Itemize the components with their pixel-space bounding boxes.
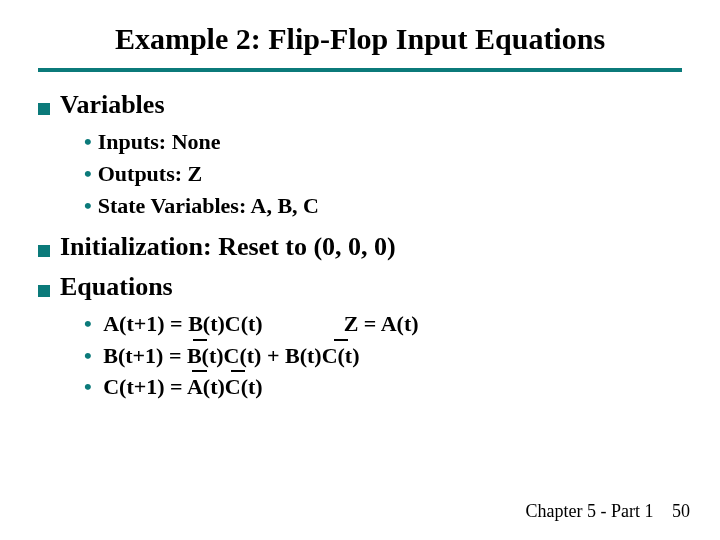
square-bullet-icon [38,103,50,115]
list-item: • A(t+1) = B(t)C(t) Z = A(t) [84,308,682,340]
list-item: •State Variables: A, B, C [84,190,682,222]
variables-state: State Variables: A, B, C [98,193,319,218]
dot-bullet-icon: • [84,129,92,154]
footer-chapter: Chapter 5 - Part 1 [526,501,654,521]
square-bullet-icon [38,285,50,297]
equation-a-output: Z = A(t) [344,308,419,340]
section-heading-equations: Equations [60,272,173,302]
footer-page-number: 50 [672,501,690,521]
variables-outputs: Outputs: Z [98,161,203,186]
equations-list: • A(t+1) = B(t)C(t) Z = A(t) • B(t+1) = … [84,308,682,404]
dot-bullet-icon: • [84,311,92,336]
square-bullet-icon [38,245,50,257]
list-item: • B(t+1) = B(t)C(t) + B(t)C(t) [84,340,682,372]
page-title: Example 2: Flip-Flop Input Equations [38,22,682,56]
list-item: •Inputs: None [84,126,682,158]
slide-footer: Chapter 5 - Part 1 50 [526,501,690,522]
section-initialization: Initialization: Reset to (0, 0, 0) [38,232,682,262]
overline-bar [193,339,207,341]
equation-a: A(t+1) = B(t)C(t) [103,308,262,340]
slide: Example 2: Flip-Flop Input Equations Var… [0,0,720,540]
equation-c: C(t+1) = A(t)C(t) [103,371,262,403]
overline-bar [192,370,207,372]
dot-bullet-icon: • [84,343,92,368]
section-equations: Equations [38,272,682,302]
variables-inputs: Inputs: None [98,129,221,154]
dot-bullet-icon: • [84,161,92,186]
overline-bar [231,370,245,372]
section-heading-variables: Variables [60,90,165,120]
dot-bullet-icon: • [84,374,92,399]
section-heading-initialization: Initialization: Reset to (0, 0, 0) [60,232,396,262]
title-underline [38,68,682,72]
section-variables: Variables [38,90,682,120]
dot-bullet-icon: • [84,193,92,218]
equation-b: B(t+1) = B(t)C(t) + B(t)C(t) [103,340,359,372]
equation-b-text: B(t+1) = B(t)C(t) + B(t)C(t) [103,343,359,368]
overline-bar [334,339,348,341]
variables-list: •Inputs: None •Outputs: Z •State Variabl… [84,126,682,222]
list-item: •Outputs: Z [84,158,682,190]
list-item: • C(t+1) = A(t)C(t) [84,371,682,403]
equation-c-text: C(t+1) = A(t)C(t) [103,374,262,399]
